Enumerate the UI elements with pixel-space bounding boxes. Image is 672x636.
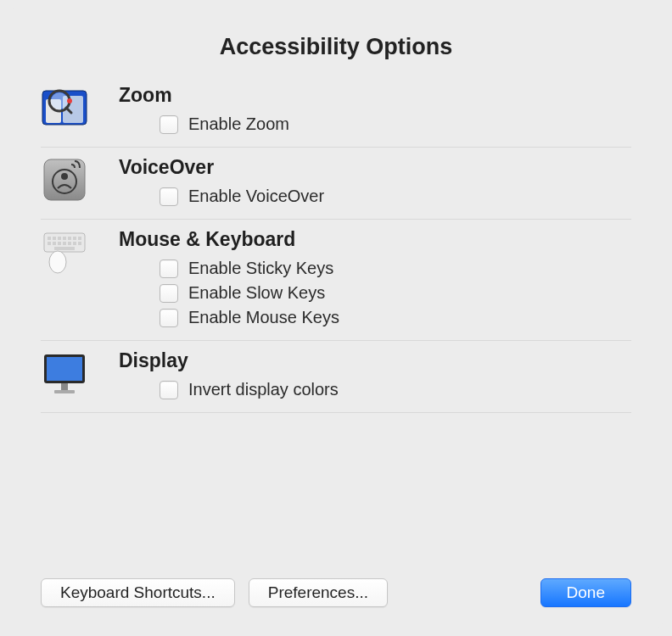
zoom-body: Zoom Enable Zoom bbox=[119, 84, 631, 137]
checkbox-enable-slow-keys[interactable] bbox=[160, 284, 178, 303]
mouse-keyboard-title: Mouse & Keyboard bbox=[119, 228, 631, 251]
display-title: Display bbox=[119, 349, 631, 372]
svg-rect-23 bbox=[73, 242, 76, 245]
done-button[interactable]: Done bbox=[540, 578, 631, 607]
zoom-title: Zoom bbox=[119, 84, 631, 107]
checkbox-enable-mouse-keys[interactable] bbox=[160, 309, 178, 327]
label-invert-colors: Invert display colors bbox=[188, 380, 339, 399]
section-mouse-keyboard: Mouse & Keyboard Enable Sticky Keys Enab… bbox=[41, 228, 631, 341]
svg-point-26 bbox=[49, 251, 66, 273]
svg-point-6 bbox=[67, 98, 72, 103]
option-enable-mouse-keys: Enable Mouse Keys bbox=[119, 305, 631, 330]
svg-rect-17 bbox=[78, 237, 81, 240]
svg-rect-25 bbox=[54, 247, 75, 250]
option-enable-voiceover: Enable VoiceOver bbox=[119, 184, 631, 209]
svg-rect-21 bbox=[63, 242, 66, 245]
svg-rect-22 bbox=[68, 242, 71, 245]
section-zoom: Zoom Enable Zoom bbox=[41, 84, 631, 148]
section-display: Display Invert display colors bbox=[41, 349, 631, 413]
svg-rect-18 bbox=[48, 242, 51, 245]
zoom-icon bbox=[41, 84, 88, 131]
label-enable-mouse-keys: Enable Mouse Keys bbox=[188, 308, 339, 327]
voiceover-body: VoiceOver Enable VoiceOver bbox=[119, 156, 631, 209]
label-enable-slow-keys: Enable Slow Keys bbox=[188, 283, 325, 303]
option-enable-zoom: Enable Zoom bbox=[119, 112, 631, 137]
svg-rect-16 bbox=[73, 237, 76, 240]
checkbox-enable-zoom[interactable] bbox=[160, 115, 178, 134]
checkbox-enable-voiceover[interactable] bbox=[160, 187, 178, 206]
display-icon bbox=[41, 349, 88, 397]
panel-title: Accessibility Options bbox=[41, 34, 631, 60]
svg-rect-30 bbox=[54, 390, 75, 393]
preferences-button[interactable]: Preferences... bbox=[249, 578, 388, 607]
label-enable-zoom: Enable Zoom bbox=[188, 114, 289, 134]
voiceover-title: VoiceOver bbox=[119, 156, 631, 179]
mouse-keyboard-icon bbox=[41, 228, 88, 276]
footer: Keyboard Shortcuts... Preferences... Don… bbox=[41, 578, 631, 607]
checkbox-enable-sticky-keys[interactable] bbox=[160, 259, 178, 278]
accessibility-options-panel: Accessibility Options Zoom Enab bbox=[8, 8, 664, 628]
svg-point-9 bbox=[61, 173, 68, 180]
svg-rect-24 bbox=[78, 242, 81, 245]
option-enable-sticky-keys: Enable Sticky Keys bbox=[119, 256, 631, 281]
checkbox-invert-colors[interactable] bbox=[160, 381, 178, 399]
display-body: Display Invert display colors bbox=[119, 349, 631, 402]
svg-rect-28 bbox=[47, 357, 82, 381]
svg-rect-19 bbox=[53, 242, 56, 245]
label-enable-sticky-keys: Enable Sticky Keys bbox=[188, 259, 333, 278]
svg-rect-12 bbox=[53, 237, 56, 240]
keyboard-shortcuts-button[interactable]: Keyboard Shortcuts... bbox=[41, 578, 235, 607]
option-invert-colors: Invert display colors bbox=[119, 377, 631, 402]
svg-rect-20 bbox=[58, 242, 61, 245]
svg-rect-15 bbox=[68, 237, 71, 240]
svg-rect-11 bbox=[48, 237, 51, 240]
mouse-keyboard-body: Mouse & Keyboard Enable Sticky Keys Enab… bbox=[119, 228, 631, 330]
label-enable-voiceover: Enable VoiceOver bbox=[188, 187, 324, 206]
svg-rect-29 bbox=[61, 383, 68, 390]
option-enable-slow-keys: Enable Slow Keys bbox=[119, 281, 631, 305]
svg-rect-14 bbox=[63, 237, 66, 240]
section-voiceover: VoiceOver Enable VoiceOver bbox=[41, 156, 631, 220]
voiceover-icon bbox=[41, 156, 88, 204]
sections-container: Zoom Enable Zoom bbox=[41, 84, 631, 572]
svg-rect-13 bbox=[58, 237, 61, 240]
